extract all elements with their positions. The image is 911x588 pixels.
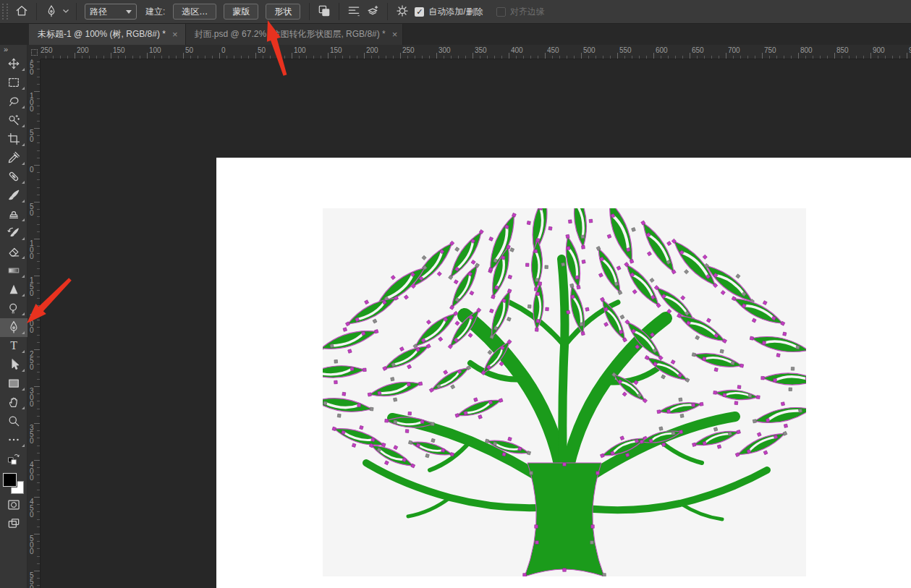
tool-rectangular-marquee-tool[interactable] [0,74,27,93]
document-tab-bar: 未标题-1 @ 100% (树, RGB/8#) * × 封面.psd @ 67… [0,24,911,45]
close-icon[interactable]: × [172,29,178,40]
ruler-label: 300 [438,46,451,54]
divider [76,3,77,20]
ruler-label: 850 [836,46,849,54]
swap-colors-icon [7,451,21,468]
photoshop-window: { "options_bar": { "preset": { "value": … [0,0,911,588]
spot-healing-brush-tool-icon [7,169,21,186]
tool-mode-dropdown[interactable]: 路径 [85,4,137,20]
horizontal-ruler[interactable]: 2502001501005005010015020025030035040045… [41,45,911,59]
path-alignment-icon[interactable] [344,2,363,21]
move-tool-icon [7,56,21,73]
history-brush-tool-icon [7,226,21,242]
gradient-tool-icon [7,263,21,280]
tool-spot-healing-brush-tool[interactable] [0,168,27,187]
tool-gradient-tool[interactable] [0,262,27,281]
document-tab-cover[interactable]: 封面.psd @ 67.2% (位图转化形状图层, RGB/8#) * × [186,24,403,45]
tool-dodge-tool[interactable] [0,299,27,318]
document-canvas[interactable] [216,158,911,588]
ruler-label: 5 0 [30,203,34,216]
tool-crop-tool[interactable] [0,130,27,149]
tool-path-selection-tool[interactable] [0,356,27,375]
ruler-label: 1 5 0 [30,277,34,297]
edit-toolbar-icon [7,433,21,449]
panel-grip[interactable] [2,4,8,20]
auto-add-delete-checkbox[interactable]: ✓ [415,7,424,17]
make-selection-button[interactable]: 选区… [173,4,216,20]
home-icon[interactable] [12,2,31,21]
divider [36,3,37,20]
ruler-label: 800 [800,46,813,54]
ruler-label: 5 0 0 [30,535,34,555]
ruler-label: 1 5 0 [30,59,34,75]
tool-foreground-background-colors[interactable] [0,469,27,496]
tree-vector-shape [323,208,806,576]
tool-mode-value: 路径 [90,6,107,18]
tool-lasso-tool[interactable] [0,93,27,111]
gear-icon[interactable] [393,2,412,21]
auto-add-delete-label: 自动添加/删除 [428,6,483,18]
make-mask-button[interactable]: 蒙版 [224,4,258,20]
ruler-label: 400 [511,46,523,54]
tool-clone-stamp-tool[interactable] [0,205,27,224]
tool-eyedropper-tool[interactable] [0,149,27,168]
tool-quick-selection-tool[interactable] [0,111,27,130]
tool-brush-tool[interactable] [0,187,27,205]
options-bar: 路径 建立: 选区… 蒙版 形状 ✓ 自动添加/删除 对齐边缘 [0,0,911,24]
hand-tool-icon [7,395,21,412]
ruler-label: 350 [475,46,487,54]
collapse-panel-button[interactable]: » [0,45,27,55]
canvas-area[interactable] [41,59,911,588]
tab-title: 未标题-1 @ 100% (树, RGB/8#) * [38,28,166,41]
tool-zoom-tool[interactable] [0,412,27,431]
ruler-label: 450 [547,46,559,54]
ruler-origin-box[interactable] [27,45,41,59]
align-edges-label: 对齐边缘 [510,6,545,18]
type-tool-icon: T [7,338,21,355]
tool-screen-mode[interactable] [0,515,27,534]
ruler-label: 750 [764,46,776,54]
foreground-color-swatch[interactable] [3,473,17,487]
ruler-label: 2 5 0 [30,351,34,370]
align-edges-checkbox[interactable] [496,7,506,17]
tool-move-tool[interactable] [0,55,27,74]
tool-sharpen-tool[interactable] [0,281,27,299]
ruler-label: 2 0 0 [30,314,34,333]
crop-tool-icon [7,132,21,148]
dodge-tool-icon [7,301,21,318]
ruler-label: 100 [294,46,306,54]
ruler-label: 600 [656,46,668,54]
tool-type-tool[interactable]: T [0,337,27,356]
chevron-down-icon[interactable] [61,2,71,21]
tool-eraser-tool[interactable] [0,243,27,262]
divider [387,3,388,20]
svg-text:T: T [10,339,17,351]
document-tab-untitled[interactable]: 未标题-1 @ 100% (树, RGB/8#) * × [29,24,186,45]
tool-rectangle-tool[interactable] [0,375,27,393]
close-icon[interactable]: × [392,29,398,40]
make-shape-button[interactable]: 形状 [266,4,300,20]
tool-history-brush-tool[interactable] [0,224,27,243]
ruler-label: 0 [221,46,226,54]
vertical-ruler[interactable]: 1 5 01 0 05 005 01 0 01 5 02 0 02 5 03 0… [27,59,41,588]
tool-hand-tool[interactable] [0,393,27,412]
ruler-label: 500 [583,46,596,54]
tool-pen-tool[interactable] [0,318,27,337]
path-arrangement-icon[interactable] [363,2,382,21]
tool-panel: » T [0,45,27,588]
lasso-tool-icon [7,94,21,111]
ruler-label: 250 [41,46,53,54]
path-selection-tool-icon [7,357,21,374]
tool-quick-mask-mode[interactable] [0,496,27,515]
clone-stamp-tool-icon [7,207,21,223]
pen-tool-preset-icon[interactable] [42,2,61,21]
tree-image[interactable] [323,208,806,576]
tool-edit-toolbar[interactable] [0,431,27,450]
tab-spacer [0,24,29,45]
ruler-label: 900 [873,46,885,54]
sharpen-tool-icon [7,282,21,299]
path-operations-icon[interactable] [315,2,334,21]
tool-swap-colors[interactable] [0,450,27,469]
ruler-label: 200 [77,46,89,54]
ruler-label: 650 [692,46,704,54]
